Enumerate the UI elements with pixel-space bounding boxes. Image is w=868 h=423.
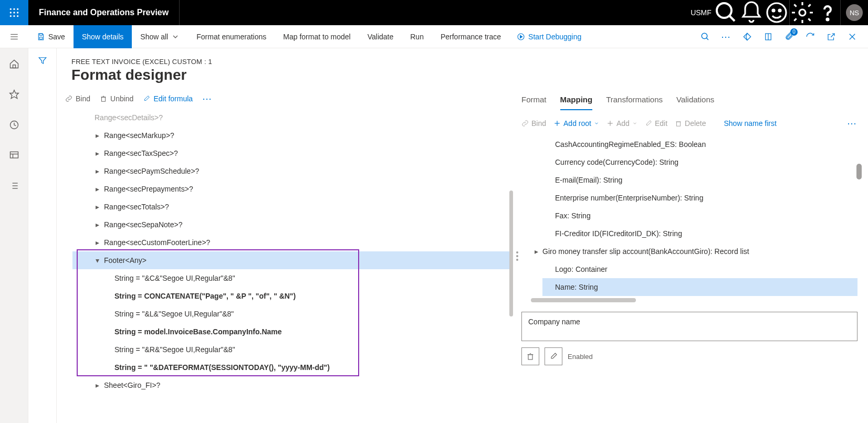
tree-node[interactable]: ▸Range<secTaxSpec>? (72, 144, 513, 162)
help-icon[interactable] (815, 0, 840, 25)
bell-icon[interactable] (739, 0, 764, 25)
star-icon[interactable] (4, 84, 25, 105)
svg-point-9 (717, 3, 731, 18)
svg-marker-22 (520, 35, 522, 38)
tree-node[interactable]: ▸Range<secPrepayments>? (72, 180, 513, 198)
company-label[interactable]: USMF (688, 0, 714, 25)
map-add-button[interactable]: Add (606, 119, 637, 128)
office-icon[interactable] (759, 25, 778, 48)
format-enumerations-button[interactable]: Format enumerations (188, 25, 275, 48)
performance-trace-button[interactable]: Performance trace (432, 25, 509, 48)
edit-icon-button[interactable] (545, 347, 562, 365)
splitter[interactable] (513, 89, 521, 423)
tree-node[interactable]: String = model.InvoiceBase.CompanyInfo.N… (72, 323, 513, 341)
map-row-selected[interactable]: Name: String (542, 278, 857, 296)
avatar[interactable]: NS (846, 4, 863, 21)
mapping-panel: Format Mapping Transformations Validatio… (521, 89, 868, 423)
chevron-right-icon[interactable]: ▸ (93, 238, 101, 247)
chevron-down-icon[interactable]: ▾ (93, 256, 101, 265)
map-row[interactable]: Enterprise number(EnterpriseNumber): Str… (542, 189, 857, 207)
tab-validations[interactable]: Validations (676, 91, 714, 110)
tree-node[interactable]: String = CONCATENATE("Page", " &P ", "of… (72, 287, 513, 305)
map-row[interactable]: FI-Creditor ID(FICreditorID_DK): String (542, 225, 857, 242)
add-root-button[interactable]: Add root (553, 119, 599, 128)
tree-node[interactable]: Range<secDetails>? (72, 109, 513, 126)
refresh-icon[interactable] (801, 25, 820, 48)
chevron-right-icon[interactable]: ▸ (530, 247, 542, 256)
search-icon[interactable] (714, 0, 739, 25)
map-row[interactable]: E-mail(Email): String (542, 171, 857, 189)
diamond-icon[interactable] (738, 25, 757, 48)
chevron-right-icon[interactable]: ▸ (93, 131, 101, 140)
svg-point-23 (702, 33, 707, 39)
validate-button[interactable]: Validate (359, 25, 402, 48)
more-commands-icon[interactable]: ⋯ (717, 25, 736, 48)
map-row[interactable]: ▸Giro money transfer slip account(BankAc… (542, 242, 857, 260)
tree-node[interactable]: ▸Range<secTotals>? (72, 198, 513, 216)
chevron-right-icon[interactable]: ▸ (93, 381, 101, 389)
delete-icon-button[interactable] (521, 347, 539, 365)
tree-node[interactable]: String = "&R&"Segoe UI,Regular"&8" (72, 341, 513, 358)
start-debugging-button[interactable]: Start Debugging (509, 25, 589, 48)
map-row[interactable]: Fax: String (542, 207, 857, 225)
tree-node[interactable]: String = "&L&"Segoe UI,Regular"&8" (72, 305, 513, 323)
tree-label: Range<secMarkup>? (103, 131, 174, 140)
tree-node[interactable]: String = " "&DATEFORMAT(SESSIONTODAY(), … (72, 358, 513, 376)
tree-node[interactable]: ▸Range<secSepaNote>? (72, 216, 513, 234)
tab-mapping[interactable]: Mapping (560, 91, 593, 110)
tab-format[interactable]: Format (521, 91, 547, 110)
filter-icon[interactable] (38, 56, 47, 423)
map-more-icon[interactable]: ⋯ (847, 118, 857, 129)
tree-node[interactable]: ▸Range<secPaymSchedule>? (72, 162, 513, 180)
show-all-button[interactable]: Show all (132, 25, 188, 48)
svg-line-24 (706, 38, 708, 40)
bind-button[interactable]: Bind (65, 94, 90, 103)
save-button[interactable]: Save (28, 25, 74, 48)
hamburger-button[interactable] (0, 25, 28, 48)
chevron-right-icon[interactable]: ▸ (93, 167, 101, 175)
gear-icon[interactable] (790, 0, 815, 25)
app-launcher-button[interactable] (0, 0, 28, 25)
scrollbar[interactable] (531, 298, 636, 302)
tree-node-footer[interactable]: ▾Footer<Any> (72, 251, 513, 269)
map-delete-button[interactable]: Delete (675, 119, 706, 128)
map-edit-button[interactable]: Edit (645, 119, 667, 128)
close-icon[interactable] (843, 25, 862, 48)
scrollbar[interactable] (856, 164, 862, 179)
clock-icon[interactable] (4, 114, 25, 135)
scrollbar[interactable] (509, 191, 513, 316)
tab-transformations[interactable]: Transformations (606, 91, 663, 110)
tree-node[interactable]: ▸Range<secCustomFooterLine>? (72, 234, 513, 251)
map-bind-button[interactable]: Bind (521, 119, 546, 128)
unbind-button[interactable]: Unbind (100, 94, 133, 103)
map-row[interactable]: Currency code(CurrencyCode): String (542, 153, 857, 171)
svg-point-0 (10, 8, 12, 10)
tree-node[interactable]: ▸Range<secMarkup>? (72, 126, 513, 144)
chevron-right-icon[interactable]: ▸ (93, 203, 101, 211)
tree-label: Range<secPaymSchedule>? (103, 167, 199, 175)
show-details-button[interactable]: Show details (74, 25, 132, 48)
attachment-icon[interactable]: 0 (780, 25, 799, 48)
company-name-field[interactable]: Company name (521, 312, 857, 341)
smiley-icon[interactable] (764, 0, 789, 25)
start-debug-label: Start Debugging (528, 33, 581, 41)
modules-icon[interactable] (4, 175, 25, 196)
search-command-icon[interactable] (696, 25, 715, 48)
map-row[interactable]: Logo: Container (542, 260, 857, 278)
chevron-right-icon[interactable]: ▸ (93, 220, 101, 229)
edit-formula-button[interactable]: Edit formula (143, 94, 193, 103)
map-label: FI-Creditor ID(FICreditorID_DK): String (555, 229, 682, 238)
chevron-right-icon[interactable]: ▸ (93, 185, 101, 193)
workspace-icon[interactable] (4, 145, 25, 166)
enabled-label: Enabled (568, 353, 593, 361)
map-row[interactable]: CashAccountingRegimeEnabled_ES: Boolean (542, 135, 857, 153)
chevron-right-icon[interactable]: ▸ (93, 149, 101, 157)
popout-icon[interactable] (822, 25, 841, 48)
run-button[interactable]: Run (402, 25, 432, 48)
tree-node[interactable]: String = "&C&"Segoe UI,Regular"&8" (72, 269, 513, 287)
tree-node[interactable]: ▸Sheet<Giro_FI>? (72, 376, 513, 394)
home-icon[interactable] (4, 54, 25, 75)
show-name-first-button[interactable]: Show name first (724, 119, 776, 128)
map-format-button[interactable]: Map format to model (275, 25, 359, 48)
tree-more-icon[interactable]: ⋯ (202, 93, 213, 104)
